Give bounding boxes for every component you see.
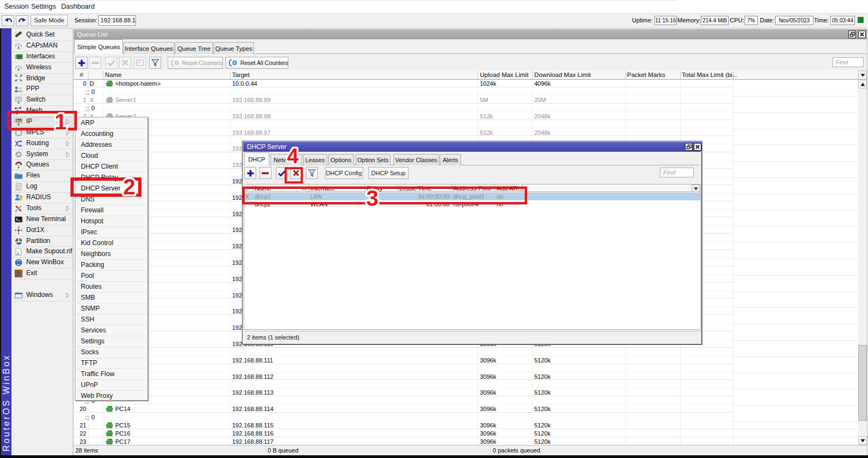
svg-text:1: 1 — [55, 110, 67, 134]
svg-text:2: 2 — [123, 175, 135, 199]
svg-text:3: 3 — [366, 186, 378, 210]
svg-text:4: 4 — [287, 145, 298, 168]
